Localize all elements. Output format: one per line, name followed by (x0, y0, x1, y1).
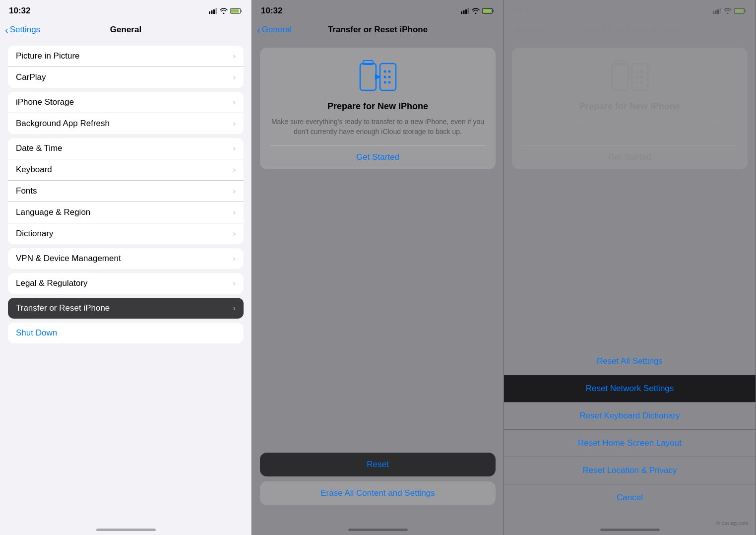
reset-location-privacy-option[interactable]: Reset Location & Privacy (504, 457, 756, 484)
svg-rect-3 (216, 8, 217, 14)
chevron-icon: › (233, 165, 236, 175)
nav-title-1: General (110, 25, 141, 35)
reset-home-screen-layout-option[interactable]: Reset Home Screen Layout (504, 430, 756, 457)
label-iphone-storage: iPhone Storage (16, 97, 74, 107)
nav-back-1[interactable]: ‹ Settings (5, 24, 40, 36)
svg-rect-14 (360, 64, 376, 90)
status-icons-1 (209, 8, 243, 14)
label-reset-keyboard-dictionary: Reset Keyboard Dictionary (579, 411, 680, 420)
get-started-button[interactable]: Get Started (270, 145, 486, 169)
label-picture-in-picture: Picture in Picture (16, 51, 80, 61)
status-bar-2: 10:32 (252, 0, 504, 20)
svg-point-37 (635, 81, 638, 84)
settings-row-transfer[interactable]: Transfer or Reset iPhone › (8, 298, 244, 319)
svg-point-38 (640, 81, 642, 84)
settings-row-fonts[interactable]: Fonts › (8, 181, 244, 202)
transfer-iphone-icon-dimmed (610, 60, 650, 94)
settings-row-iphone-storage[interactable]: iPhone Storage › (8, 92, 244, 113)
label-reset-location-privacy: Reset Location & Privacy (583, 466, 677, 475)
settings-row-vpn[interactable]: VPN & Device Management › (8, 248, 244, 269)
chevron-icon: › (233, 72, 236, 82)
settings-group-2: iPhone Storage › Background App Refresh … (8, 92, 244, 134)
svg-rect-13 (483, 9, 491, 13)
panel3-transfer-title: Prepare for New iPhone (522, 101, 738, 112)
reset-keyboard-dictionary-option[interactable]: Reset Keyboard Dictionary (504, 402, 756, 430)
settings-row-legal[interactable]: Legal & Regulatory › (8, 273, 244, 294)
svg-rect-12 (493, 10, 494, 12)
svg-point-18 (388, 70, 390, 73)
watermark: © deuag.com (716, 520, 749, 526)
settings-row-language-region[interactable]: Language & Region › (8, 202, 244, 223)
svg-point-35 (635, 76, 638, 78)
chevron-icon: › (233, 97, 236, 107)
nav-title-3: Transfer or Reset iPhone (580, 25, 680, 35)
panel2-bottom-actions: Reset Erase All Content and Settings (260, 453, 496, 505)
label-legal: Legal & Regulatory (16, 278, 88, 288)
settings-row-background-app-refresh[interactable]: Background App Refresh › (8, 113, 244, 134)
label-dictionary: Dictionary (16, 229, 54, 239)
chevron-icon: › (233, 186, 236, 196)
svg-point-34 (640, 70, 642, 73)
home-indicator-1 (96, 529, 156, 531)
reset-all-settings-option[interactable]: Reset All Settings (504, 348, 756, 375)
status-bar-1: 10:32 (0, 0, 252, 20)
settings-row-shutdown[interactable]: Shut Down (8, 323, 244, 343)
svg-rect-16 (380, 64, 396, 90)
chevron-icon: › (233, 51, 236, 61)
nav-back-3[interactable]: ‹ General (509, 24, 544, 36)
label-reset-network-settings: Reset Network Settings (586, 384, 674, 393)
svg-rect-28 (745, 10, 746, 12)
erase-label: Erase All Content and Settings (320, 488, 435, 498)
reset-button[interactable]: Reset (260, 453, 496, 476)
label-background-app-refresh: Background App Refresh (16, 119, 110, 129)
svg-rect-32 (632, 64, 648, 90)
back-arrow-icon: ‹ (257, 24, 260, 36)
svg-rect-2 (213, 9, 215, 14)
settings-row-picture-in-picture[interactable]: Picture in Picture › (8, 46, 244, 67)
svg-rect-24 (715, 10, 717, 14)
svg-rect-8 (463, 10, 465, 14)
svg-point-21 (383, 81, 386, 84)
label-reset-home-screen-layout: Reset Home Screen Layout (578, 438, 682, 448)
transfer-card-title: Prepare for New iPhone (270, 101, 486, 112)
chevron-icon: › (233, 207, 236, 217)
settings-row-date-time[interactable]: Date & Time › (8, 138, 244, 159)
label-fonts: Fonts (16, 186, 37, 196)
settings-row-dictionary[interactable]: Dictionary › (8, 223, 244, 244)
label-keyboard: Keyboard (16, 165, 52, 175)
erase-button[interactable]: Erase All Content and Settings (260, 481, 496, 505)
settings-row-keyboard[interactable]: Keyboard › (8, 159, 244, 181)
nav-back-2[interactable]: ‹ General (257, 24, 292, 36)
battery-icon (734, 8, 747, 14)
label-transfer: Transfer or Reset iPhone (16, 303, 110, 313)
status-time-2: 10:32 (261, 6, 282, 16)
nav-bar-2: ‹ General Transfer or Reset iPhone (252, 20, 504, 42)
transfer-iphone-icon (358, 60, 398, 94)
label-date-time: Date & Time (16, 143, 63, 153)
settings-group-1: Picture in Picture › CarPlay › (8, 46, 244, 88)
wifi-icon (472, 8, 480, 14)
chevron-icon: › (233, 254, 236, 264)
svg-rect-23 (713, 11, 714, 14)
reset-label: Reset (367, 460, 388, 469)
chevron-icon: › (233, 119, 236, 129)
svg-rect-6 (231, 9, 239, 13)
chevron-icon: › (233, 143, 236, 153)
settings-group-3: Date & Time › Keyboard › Fonts › Languag… (8, 138, 244, 244)
status-time-1: 10:32 (9, 6, 30, 16)
nav-bar-1: ‹ Settings General (0, 20, 252, 42)
svg-rect-7 (461, 11, 462, 14)
nav-bar-3: ‹ General Transfer or Reset iPhone (504, 20, 756, 42)
panel3-transfer-card: Prepare for New iPhone Make sure everyth… (512, 48, 748, 169)
reset-network-settings-option[interactable]: Reset Network Settings (504, 375, 756, 402)
panel-general: 10:32 ‹ Settings General Picture in Pict… (0, 0, 252, 535)
settings-group-5: Legal & Regulatory › (8, 273, 244, 294)
settings-row-carplay[interactable]: CarPlay › (8, 67, 244, 88)
panel-reset-options: 10:32 ‹ General Transfer or Reset iPhone (504, 0, 756, 535)
panel-transfer-reset: 10:32 ‹ General Transfer or Reset iPhone (252, 0, 504, 535)
cancel-option[interactable]: Cancel (504, 484, 756, 511)
svg-rect-9 (465, 9, 467, 14)
status-bar-3: 10:32 (504, 0, 756, 20)
chevron-icon: › (233, 229, 236, 239)
chevron-icon: › (233, 278, 236, 288)
